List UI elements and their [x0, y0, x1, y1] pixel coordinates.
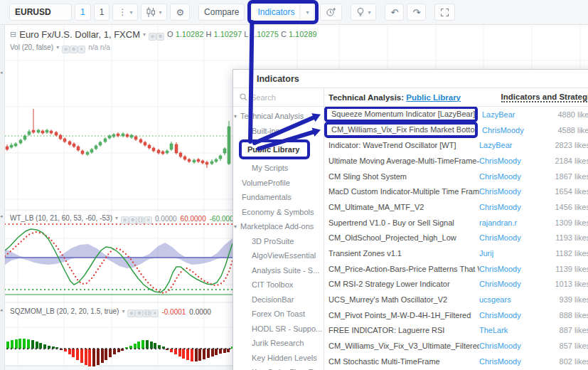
- indicator-name[interactable]: CM_Williams_Vix_Fix_V3_Ultimate_Filtered…: [328, 342, 479, 350]
- collapse-pane-icon[interactable]: ⊟: [10, 30, 16, 39]
- indicators-strategies-header[interactable]: Indicators and Strategies: [501, 92, 588, 102]
- sidebar-item-volumeprofile[interactable]: VolumeProfile: [233, 176, 324, 191]
- volume-label[interactable]: Vol (20, false): [10, 43, 53, 51]
- indicator-name[interactable]: CM_OldSchool_Projected_high_Low: [328, 233, 479, 242]
- author-link[interactable]: ChrisMoody: [479, 233, 545, 242]
- indicator-row-cm-stochastic-multi-timeframe[interactable]: CM Stochastic Multi-TimeFrameChrisMoody8…: [324, 354, 588, 369]
- sidebar-item-forex-on-toast[interactable]: Forex On Toast: [233, 307, 324, 322]
- sidebar-item-marketplace-add-ons[interactable]: ▾Marketplace Add-ons: [233, 219, 324, 234]
- indicator-name[interactable]: Squeeze Momentum Indicator [LazyBear]: [324, 107, 478, 122]
- indicator-row-cm-pivot-points-m-w-d-4h-1h-filtered[interactable]: CM_Pivot Points_M-W-D-4H-1H_FilteredChri…: [324, 307, 588, 323]
- sidebar-item-algoviewessential[interactable]: AlgoViewEssential: [233, 248, 324, 263]
- gear-icon[interactable]: ⚙: [129, 216, 137, 224]
- author-link[interactable]: ChrisMoody: [479, 203, 545, 211]
- panel-toggle-icon[interactable]: ◂: [0, 70, 3, 75]
- chevron-down-icon[interactable]: ▾: [115, 215, 118, 221]
- author-link[interactable]: ChrisMoody: [479, 357, 545, 366]
- author-link[interactable]: rajandran.r: [479, 218, 545, 227]
- interval-menu-button[interactable]: ⋮▾: [112, 4, 138, 21]
- author-link[interactable]: ChrisMoody: [479, 311, 545, 319]
- indicator-row-supertrend-v1-0-buy-or-sell-signal[interactable]: Supertrend V1.0 - Buy or Sell Signalraja…: [324, 215, 588, 231]
- indicator-name[interactable]: Indicator: WaveTrend Oscillator [WT]: [328, 141, 479, 149]
- ideas-button[interactable]: ▾: [351, 4, 376, 21]
- eye-icon[interactable]: ◎: [121, 216, 129, 224]
- eye-icon[interactable]: ◎: [62, 46, 70, 53]
- interval-button[interactable]: 1: [94, 4, 110, 21]
- indicator-name[interactable]: FREE INDICATOR: Laguerre RSI: [328, 326, 479, 334]
- sidebar-item-fundamentals[interactable]: Fundamentals: [233, 190, 324, 205]
- close-icon[interactable]: ×: [77, 46, 85, 53]
- sidebar-item-hodl-sr-suppo[interactable]: HODL SR - Suppo...: [233, 322, 324, 337]
- indicator-row-indicator-wavetrend-oscillator-wt[interactable]: Indicator: WaveTrend Oscillator [WT]Lazy…: [324, 137, 588, 153]
- fullscreen-button[interactable]: [434, 4, 455, 21]
- indicator-name[interactable]: CM_Ultimate_MA_MTF_V2: [328, 203, 479, 211]
- gear-icon[interactable]: ⚙: [135, 310, 143, 317]
- indicator-name[interactable]: CM RSI-2 Strategy Lower Indicator: [328, 280, 479, 288]
- close-icon[interactable]: ×: [151, 310, 159, 317]
- indicator-row-cm-ultimate-ma-mtf-v2[interactable]: CM_Ultimate_MA_MTF_V2ChrisMoody1456 like…: [324, 199, 588, 215]
- indicator-name[interactable]: CM Stochastic Multi-TimeFrame: [328, 357, 479, 366]
- close-icon[interactable]: ×: [144, 216, 152, 224]
- compare-button[interactable]: Compare: [198, 4, 245, 21]
- indicator-name[interactable]: CM Sling Shot System: [328, 172, 479, 181]
- author-link[interactable]: ChrisMoody: [479, 265, 545, 273]
- author-link[interactable]: ChrisMoody: [482, 126, 547, 134]
- redo-button[interactable]: ↷: [407, 4, 426, 21]
- author-link[interactable]: ChrisMoody: [479, 172, 545, 181]
- author-link[interactable]: ucsgears: [479, 295, 545, 304]
- chart-settings-button[interactable]: ⚙: [170, 4, 190, 21]
- chart-style-button[interactable]: ▾: [141, 4, 167, 21]
- author-link[interactable]: ChrisMoody: [479, 280, 545, 288]
- indicator-row-macd-custom-indicator-multiple-time-fram[interactable]: MacD Custom Indicator-Multiple Time Fram…: [324, 184, 588, 199]
- indicator-row-ultimate-moving-average-multi-timeframe-[interactable]: Ultimate Moving Average-Multi-TimeFrame-…: [324, 153, 588, 169]
- sidebar-item-cit-toolbox[interactable]: CIT Toolbox: [233, 278, 324, 292]
- indicator-name[interactable]: Ultimate Moving Average-Multi-TimeFrame-…: [328, 157, 479, 165]
- undo-button[interactable]: ↶: [385, 4, 404, 21]
- chevron-down-icon[interactable]: ▾: [122, 308, 124, 314]
- sidebar-item-key-order-flow-e[interactable]: Key Order Flow E...: [233, 365, 324, 370]
- sidebar-item-public-library[interactable]: Public Library: [239, 139, 310, 159]
- chevron-down-icon[interactable]: ▾: [143, 31, 146, 38]
- sqzmom-label[interactable]: SQZMOM_LB (20, 2, 20, 1.5, true): [10, 307, 119, 315]
- author-link[interactable]: ChrisMoody: [479, 342, 545, 350]
- chevron-down-icon[interactable]: ▾: [56, 44, 59, 51]
- wt-label[interactable]: WT_LB (10, 21, 60, 53, -60, -53): [10, 214, 112, 222]
- indicator-row-free-indicator-laguerre-rsi[interactable]: FREE INDICATOR: Laguerre RSITheLark887 l…: [324, 323, 588, 339]
- panel-toggle-icon[interactable]: ◂: [0, 307, 3, 313]
- eye-icon[interactable]: ◎: [149, 33, 156, 41]
- sidebar-item-built-ins[interactable]: Built-ins: [233, 124, 324, 139]
- sidebar-item-analysis-suite-s[interactable]: Analysis Suite - S...: [233, 263, 324, 278]
- indicator-row-cm-rsi-2-strategy-lower-indicator[interactable]: CM RSI-2 Strategy Lower IndicatorChrisMo…: [324, 277, 588, 292]
- indicator-row-cm-williams-vix-fix-finds-market-bottoms[interactable]: CM_Williams_Vix_Fix Finds Market Bottoms…: [324, 122, 588, 138]
- author-link[interactable]: LazyBear: [482, 110, 547, 119]
- indicator-row-squeeze-momentum-indicator-lazybear[interactable]: Squeeze Momentum Indicator [LazyBear]Laz…: [324, 107, 588, 122]
- source-icon[interactable]: {}: [143, 310, 151, 317]
- indicators-caret-button[interactable]: ▾: [300, 4, 314, 21]
- symbol-title[interactable]: Euro Fx/U.S. Dollar, 1, FXCM: [19, 29, 140, 40]
- sidebar-item-key-hidden-levels[interactable]: Key Hidden Levels: [233, 351, 324, 366]
- panel-toggle-icon[interactable]: ◂: [0, 213, 3, 219]
- indicator-row-cm-williams-vix-fix-v3-ultimate-filtered[interactable]: CM_Williams_Vix_Fix_V3_Ultimate_Filtered…: [324, 338, 588, 354]
- alert-button[interactable]: [320, 4, 342, 21]
- author-link[interactable]: LazyBear: [479, 141, 545, 149]
- author-link[interactable]: Jurij: [479, 249, 545, 258]
- indicator-name[interactable]: Transient Zones v1.1: [328, 249, 479, 258]
- indicator-name[interactable]: CM_Williams_Vix_Fix Finds Market Bottoms: [324, 122, 478, 138]
- indicator-row-transient-zones-v1-1[interactable]: Transient Zones v1.1Jurij1182 likes{}..: [324, 245, 588, 261]
- author-link[interactable]: ChrisMoody: [479, 157, 545, 165]
- indicator-row-cm-sling-shot-system[interactable]: CM Sling Shot SystemChrisMoody1867 likes…: [324, 169, 588, 184]
- gear-icon[interactable]: ⚙: [70, 46, 77, 53]
- sidebar-item-my-scripts[interactable]: My Scripts: [233, 161, 324, 176]
- indicator-name[interactable]: UCS_Murrey's Math Oscillator_V2: [328, 295, 479, 304]
- collapsed-panel-strip[interactable]: ◂ ◂ ◂ ◂: [0, 0, 5, 370]
- sidebar-item-economy-symbols[interactable]: Economy & Symbols: [233, 205, 324, 220]
- indicator-name[interactable]: Supertrend V1.0 - Buy or Sell Signal: [328, 218, 479, 227]
- author-link[interactable]: TheLark: [479, 326, 545, 334]
- interval-button-active[interactable]: 1: [75, 4, 91, 21]
- indicator-name[interactable]: CM_Price-Action-Bars-Price Patterns That…: [328, 265, 479, 273]
- sidebar-item-jurik-research[interactable]: Jurik Research: [233, 336, 324, 351]
- indicator-row-ucs-murrey-s-math-oscillator-v2[interactable]: UCS_Murrey's Math Oscillator_V2ucsgears9…: [324, 292, 588, 307]
- indicator-name[interactable]: MacD Custom Indicator-Multiple Time Fram…: [328, 187, 479, 196]
- sidebar-item-3d-prosuite[interactable]: 3D ProSuite: [233, 234, 324, 249]
- symbol-search-button[interactable]: EURUSD: [9, 4, 72, 21]
